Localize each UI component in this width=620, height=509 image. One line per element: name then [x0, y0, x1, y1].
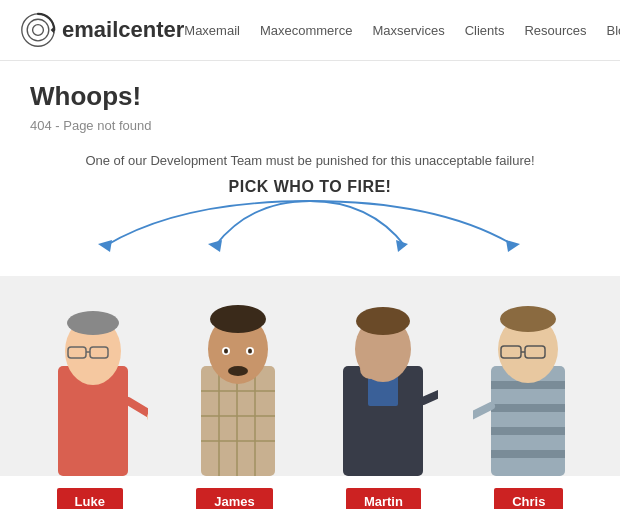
- svg-line-14: [128, 401, 148, 416]
- logo-icon: [20, 12, 56, 48]
- svg-marker-4: [98, 240, 112, 252]
- svg-point-33: [356, 307, 410, 335]
- james-figure: [178, 296, 298, 476]
- svg-point-43: [500, 306, 556, 332]
- nav-maxservices[interactable]: Maxservices: [372, 23, 444, 38]
- svg-line-35: [423, 391, 438, 401]
- fire-james-button[interactable]: James: [196, 488, 272, 509]
- person-james: [173, 296, 303, 476]
- person-luke: [28, 296, 158, 476]
- svg-rect-39: [491, 404, 565, 412]
- main-nav: Maxemail Maxecommerce Maxservices Client…: [184, 23, 620, 38]
- chris-figure: [468, 296, 588, 476]
- arrows-container: [30, 196, 590, 256]
- martin-svg: [328, 301, 438, 476]
- svg-point-34: [360, 359, 380, 379]
- svg-line-47: [473, 406, 491, 419]
- subtitle-text: One of our Development Team must be puni…: [30, 153, 590, 168]
- nav-blog[interactable]: Blog: [607, 23, 620, 38]
- svg-marker-3: [51, 26, 55, 33]
- pick-title: PICK WHO TO FIRE!: [30, 178, 590, 196]
- people-band: [0, 276, 620, 476]
- logo-text: emailcenter: [62, 17, 184, 43]
- svg-point-2: [33, 25, 44, 36]
- person-martin: [318, 296, 448, 476]
- luke-svg: [38, 301, 148, 476]
- page-title: Whoops!: [30, 81, 590, 112]
- person-chris: [463, 296, 593, 476]
- svg-marker-5: [208, 240, 222, 252]
- error-code: 404 - Page not found: [30, 118, 590, 133]
- svg-point-24: [210, 305, 266, 333]
- luke-figure: [33, 296, 153, 476]
- fire-chris-button[interactable]: Chris: [494, 488, 563, 509]
- svg-point-25: [228, 366, 248, 376]
- svg-marker-7: [506, 240, 520, 252]
- svg-point-27: [224, 349, 228, 354]
- nav-resources[interactable]: Resources: [524, 23, 586, 38]
- logo[interactable]: emailcenter: [20, 12, 184, 48]
- svg-point-10: [67, 311, 119, 335]
- fire-martin-button[interactable]: Martin: [346, 488, 421, 509]
- header: emailcenter Maxemail Maxecommerce Maxser…: [0, 0, 620, 61]
- svg-point-1: [27, 19, 49, 41]
- chris-svg: [473, 301, 583, 476]
- main-content: Whoops! 404 - Page not found One of our …: [0, 61, 620, 276]
- people-container: [0, 276, 620, 476]
- names-section: Luke James Martin Chris: [0, 476, 620, 509]
- nav-clients[interactable]: Clients: [465, 23, 505, 38]
- arrows-svg: [30, 196, 590, 256]
- martin-figure: [323, 296, 443, 476]
- james-svg: [183, 301, 293, 476]
- svg-rect-40: [491, 427, 565, 435]
- nav-maxecommerce[interactable]: Maxecommerce: [260, 23, 352, 38]
- fire-luke-button[interactable]: Luke: [57, 488, 123, 509]
- svg-rect-41: [491, 450, 565, 458]
- nav-maxemail[interactable]: Maxemail: [184, 23, 240, 38]
- svg-point-29: [248, 349, 252, 354]
